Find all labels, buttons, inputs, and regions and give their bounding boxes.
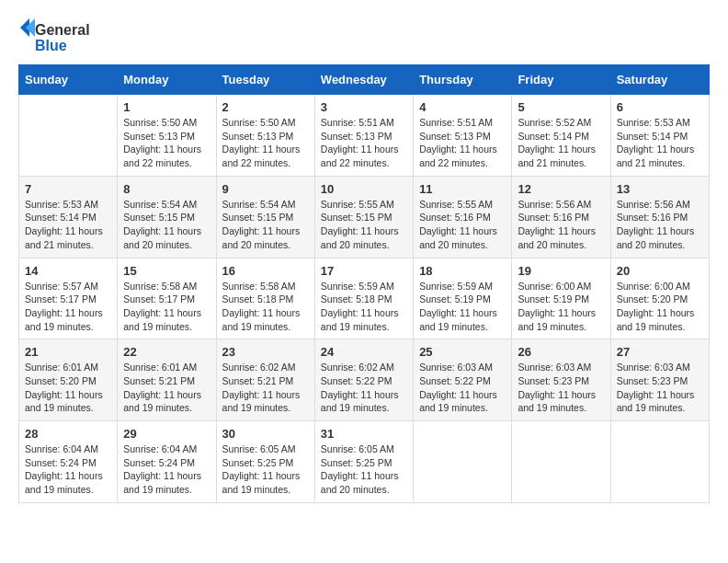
header-monday: Monday (118, 65, 216, 95)
day-info: Sunrise: 5:51 AM Sunset: 5:13 PM Dayligh… (321, 116, 407, 170)
day-info: Sunrise: 6:04 AM Sunset: 5:24 PM Dayligh… (25, 442, 111, 497)
calendar-cell: 7Sunrise: 5:53 AM Sunset: 5:14 PM Daylig… (19, 176, 118, 258)
calendar-cell: 14Sunrise: 5:57 AM Sunset: 5:17 PM Dayli… (19, 258, 118, 339)
calendar-cell (610, 421, 709, 503)
calendar-cell: 25Sunrise: 6:03 AM Sunset: 5:22 PM Dayli… (414, 339, 512, 421)
day-info: Sunrise: 6:01 AM Sunset: 5:20 PM Dayligh… (25, 361, 111, 415)
calendar-cell: 4Sunrise: 5:51 AM Sunset: 5:13 PM Daylig… (414, 95, 512, 177)
day-info: Sunrise: 5:52 AM Sunset: 5:14 PM Dayligh… (518, 116, 604, 170)
header-tuesday: Tuesday (216, 65, 314, 95)
header-sunday: Sunday (19, 65, 118, 95)
day-number: 13 (617, 182, 703, 196)
calendar-cell: 18Sunrise: 5:59 AM Sunset: 5:19 PM Dayli… (414, 258, 512, 339)
calendar-cell: 29Sunrise: 6:04 AM Sunset: 5:24 PM Dayli… (118, 421, 216, 503)
logo: GeneralBlue (18, 18, 92, 55)
day-number: 25 (419, 345, 506, 359)
day-number: 15 (123, 264, 210, 278)
day-info: Sunrise: 6:03 AM Sunset: 5:23 PM Dayligh… (518, 361, 604, 415)
calendar-cell: 26Sunrise: 6:03 AM Sunset: 5:23 PM Dayli… (512, 339, 610, 421)
calendar-cell: 9Sunrise: 5:54 AM Sunset: 5:15 PM Daylig… (216, 176, 314, 258)
day-number: 3 (321, 100, 407, 114)
day-number: 5 (518, 100, 604, 114)
calendar-cell: 31Sunrise: 6:05 AM Sunset: 5:25 PM Dayli… (314, 421, 413, 503)
calendar-cell (512, 421, 610, 503)
day-number: 29 (123, 427, 210, 441)
week-row-2: 7Sunrise: 5:53 AM Sunset: 5:14 PM Daylig… (19, 176, 710, 258)
day-info: Sunrise: 5:57 AM Sunset: 5:17 PM Dayligh… (25, 280, 111, 334)
day-number: 16 (222, 264, 309, 278)
day-number: 18 (419, 264, 506, 278)
day-number: 7 (25, 182, 111, 196)
day-number: 14 (25, 264, 111, 278)
day-number: 22 (123, 345, 210, 359)
day-info: Sunrise: 5:54 AM Sunset: 5:15 PM Dayligh… (123, 198, 210, 252)
calendar-cell: 28Sunrise: 6:04 AM Sunset: 5:24 PM Dayli… (19, 421, 118, 503)
header-row: SundayMondayTuesdayWednesdayThursdayFrid… (19, 65, 710, 95)
day-info: Sunrise: 6:00 AM Sunset: 5:19 PM Dayligh… (518, 280, 604, 334)
week-row-1: 1Sunrise: 5:50 AM Sunset: 5:13 PM Daylig… (19, 95, 710, 177)
day-info: Sunrise: 6:05 AM Sunset: 5:25 PM Dayligh… (321, 442, 407, 497)
day-info: Sunrise: 5:56 AM Sunset: 5:16 PM Dayligh… (518, 198, 604, 252)
day-number: 30 (222, 427, 309, 441)
day-number: 20 (617, 264, 703, 278)
day-info: Sunrise: 6:05 AM Sunset: 5:25 PM Dayligh… (222, 442, 309, 497)
day-info: Sunrise: 6:01 AM Sunset: 5:21 PM Dayligh… (123, 361, 210, 415)
day-info: Sunrise: 5:55 AM Sunset: 5:15 PM Dayligh… (321, 198, 407, 252)
header-saturday: Saturday (610, 65, 709, 95)
day-info: Sunrise: 5:56 AM Sunset: 5:16 PM Dayligh… (617, 198, 703, 252)
day-info: Sunrise: 6:04 AM Sunset: 5:24 PM Dayligh… (123, 442, 210, 497)
day-info: Sunrise: 5:58 AM Sunset: 5:17 PM Dayligh… (123, 280, 210, 334)
calendar-cell: 24Sunrise: 6:02 AM Sunset: 5:22 PM Dayli… (314, 339, 413, 421)
day-info: Sunrise: 5:50 AM Sunset: 5:13 PM Dayligh… (222, 116, 309, 170)
day-info: Sunrise: 5:53 AM Sunset: 5:14 PM Dayligh… (25, 198, 111, 252)
day-info: Sunrise: 6:03 AM Sunset: 5:22 PM Dayligh… (419, 361, 506, 415)
day-number: 31 (321, 427, 407, 441)
day-info: Sunrise: 5:58 AM Sunset: 5:18 PM Dayligh… (222, 280, 309, 334)
calendar-cell (19, 95, 118, 177)
svg-text:Blue: Blue (35, 38, 67, 53)
calendar-cell: 15Sunrise: 5:58 AM Sunset: 5:17 PM Dayli… (118, 258, 216, 339)
calendar-cell: 22Sunrise: 6:01 AM Sunset: 5:21 PM Dayli… (118, 339, 216, 421)
day-number: 26 (518, 345, 604, 359)
calendar-cell: 12Sunrise: 5:56 AM Sunset: 5:16 PM Dayli… (512, 176, 610, 258)
day-number: 21 (25, 345, 111, 359)
day-info: Sunrise: 5:54 AM Sunset: 5:15 PM Dayligh… (222, 198, 309, 252)
logo-svg: GeneralBlue (18, 18, 92, 55)
day-number: 23 (222, 345, 309, 359)
calendar-cell: 3Sunrise: 5:51 AM Sunset: 5:13 PM Daylig… (314, 95, 413, 177)
calendar-cell: 27Sunrise: 6:03 AM Sunset: 5:23 PM Dayli… (610, 339, 709, 421)
calendar-cell: 8Sunrise: 5:54 AM Sunset: 5:15 PM Daylig… (118, 176, 216, 258)
page-header: GeneralBlue (18, 18, 710, 55)
day-number: 6 (617, 100, 703, 114)
calendar-cell: 19Sunrise: 6:00 AM Sunset: 5:19 PM Dayli… (512, 258, 610, 339)
calendar-cell: 2Sunrise: 5:50 AM Sunset: 5:13 PM Daylig… (216, 95, 314, 177)
calendar-cell: 6Sunrise: 5:53 AM Sunset: 5:14 PM Daylig… (610, 95, 709, 177)
day-info: Sunrise: 6:02 AM Sunset: 5:21 PM Dayligh… (222, 361, 309, 415)
day-number: 27 (617, 345, 703, 359)
day-info: Sunrise: 5:50 AM Sunset: 5:13 PM Dayligh… (123, 116, 210, 170)
day-number: 17 (321, 264, 407, 278)
calendar-cell: 17Sunrise: 5:59 AM Sunset: 5:18 PM Dayli… (314, 258, 413, 339)
day-number: 4 (419, 100, 506, 114)
day-number: 28 (25, 427, 111, 441)
day-number: 11 (419, 182, 506, 196)
day-number: 24 (321, 345, 407, 359)
calendar-cell: 30Sunrise: 6:05 AM Sunset: 5:25 PM Dayli… (216, 421, 314, 503)
day-info: Sunrise: 5:59 AM Sunset: 5:19 PM Dayligh… (419, 280, 506, 334)
calendar-cell: 11Sunrise: 5:55 AM Sunset: 5:16 PM Dayli… (414, 176, 512, 258)
day-number: 10 (321, 182, 407, 196)
svg-text:General: General (35, 22, 90, 38)
calendar-cell: 21Sunrise: 6:01 AM Sunset: 5:20 PM Dayli… (19, 339, 118, 421)
day-number: 9 (222, 182, 309, 196)
week-row-5: 28Sunrise: 6:04 AM Sunset: 5:24 PM Dayli… (19, 421, 710, 503)
day-info: Sunrise: 5:53 AM Sunset: 5:14 PM Dayligh… (617, 116, 703, 170)
day-number: 19 (518, 264, 604, 278)
day-info: Sunrise: 6:00 AM Sunset: 5:20 PM Dayligh… (617, 280, 703, 334)
day-number: 1 (123, 100, 210, 114)
calendar-cell (414, 421, 512, 503)
day-number: 12 (518, 182, 604, 196)
week-row-3: 14Sunrise: 5:57 AM Sunset: 5:17 PM Dayli… (19, 258, 710, 339)
week-row-4: 21Sunrise: 6:01 AM Sunset: 5:20 PM Dayli… (19, 339, 710, 421)
header-thursday: Thursday (414, 65, 512, 95)
day-number: 8 (123, 182, 210, 196)
